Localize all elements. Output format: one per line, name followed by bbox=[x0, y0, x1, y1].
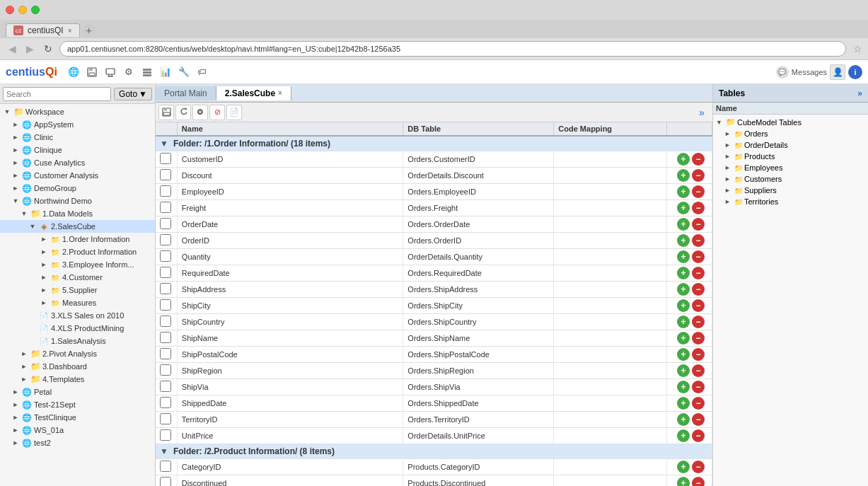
row-check-requireddate[interactable] bbox=[160, 267, 171, 278]
sidebar-item-customer-analysis[interactable]: ► 🌐 Customer Analysis bbox=[0, 169, 155, 182]
toggle-test-21sept[interactable]: ► bbox=[11, 400, 20, 409]
refresh-btn[interactable]: ↻ bbox=[41, 42, 55, 56]
del-btn-shipregion[interactable]: − bbox=[692, 364, 705, 377]
tab-portal-main[interactable]: Portal Main bbox=[156, 86, 216, 100]
back-btn[interactable]: ◀ bbox=[6, 42, 19, 56]
del-btn-requireddate[interactable]: − bbox=[692, 267, 705, 279]
row-check-discontinued[interactable] bbox=[160, 477, 171, 486]
sidebar-item-data-models[interactable]: ▼ 📁 1.Data Models bbox=[0, 207, 155, 220]
right-tree-item-suppliers[interactable]: ► 📁 Suppliers bbox=[713, 185, 868, 196]
del-btn-customerid[interactable]: − bbox=[692, 153, 705, 166]
new-tab-btn[interactable]: + bbox=[83, 24, 96, 37]
sidebar-item-templates[interactable]: ► 📁 4.Templates bbox=[0, 373, 155, 386]
add-btn-orderid[interactable]: + bbox=[677, 234, 690, 247]
search-input[interactable] bbox=[3, 87, 111, 101]
toggle-order-info[interactable]: ► bbox=[40, 235, 48, 243]
toggle-salescube[interactable]: ▼ bbox=[28, 222, 37, 231]
row-check-shipvia[interactable] bbox=[160, 381, 171, 392]
row-check-discount[interactable] bbox=[160, 169, 171, 180]
toggle-employee-inform[interactable]: ► bbox=[40, 260, 48, 269]
folder-1-toggle[interactable]: ▼ bbox=[160, 139, 168, 149]
sidebar-item-xls-sales[interactable]: ► 📄 3.XLS Sales on 2010 bbox=[0, 309, 155, 322]
toggle-supplier[interactable]: ► bbox=[40, 286, 48, 294]
add-btn-shipname[interactable]: + bbox=[677, 332, 690, 345]
toggle-cuse-analytics[interactable]: ► bbox=[11, 158, 20, 167]
sidebar-item-workspace[interactable]: ▼ 📁 Workspace bbox=[0, 105, 155, 118]
add-btn-categoryid[interactable]: + bbox=[677, 461, 690, 473]
right-tree-item-territories[interactable]: ► 📁 Territories bbox=[713, 196, 868, 207]
row-check-unitprice[interactable] bbox=[160, 429, 171, 441]
toolbar-settings-icon[interactable]: 🔧 bbox=[176, 64, 192, 80]
row-check-shippostalcode[interactable] bbox=[160, 348, 171, 359]
row-check-shipregion[interactable] bbox=[160, 364, 171, 376]
del-btn-employeeid[interactable]: − bbox=[692, 185, 705, 198]
toggle-customer[interactable]: ► bbox=[40, 273, 48, 282]
toggle-petal[interactable]: ► bbox=[11, 388, 20, 396]
add-btn-shipaddress[interactable]: + bbox=[677, 283, 690, 296]
add-btn-discount[interactable]: + bbox=[677, 169, 690, 182]
del-btn-territoryid[interactable]: − bbox=[692, 413, 705, 426]
toggle-pivot-analysis[interactable]: ► bbox=[20, 349, 28, 358]
row-check-shippeddate[interactable] bbox=[160, 397, 171, 408]
add-btn-shipcountry[interactable]: + bbox=[677, 316, 690, 328]
sidebar-item-ws01a[interactable]: ► 🌐 WS_01a bbox=[0, 424, 155, 436]
add-btn-freight[interactable]: + bbox=[677, 202, 690, 214]
goto-btn[interactable]: Goto ▼ bbox=[114, 88, 152, 100]
del-btn-shippeddate[interactable]: − bbox=[692, 397, 705, 410]
toolbar-refresh-btn[interactable] bbox=[175, 105, 191, 120]
sidebar-item-clinic[interactable]: ► 🌐 Clinic bbox=[0, 131, 155, 144]
toggle-orders[interactable]: ► bbox=[724, 130, 733, 137]
close-window-btn[interactable] bbox=[6, 6, 14, 14]
sidebar-item-clinique[interactable]: ► 🌐 Clinique bbox=[0, 144, 155, 156]
sidebar-item-petal[interactable]: ► 🌐 Petal bbox=[0, 386, 155, 398]
sidebar-item-northwind-demo[interactable]: ▼ 🌐 Northwind Demo bbox=[0, 195, 155, 207]
toolbar-doc-btn[interactable]: 📄 bbox=[226, 105, 242, 120]
add-btn-customerid[interactable]: + bbox=[677, 153, 690, 166]
sidebar-item-salesanalysis[interactable]: ► 📄 1.SalesAnalysis bbox=[0, 335, 155, 347]
del-btn-categoryid[interactable]: − bbox=[692, 461, 705, 473]
right-tree-item-employees[interactable]: ► 📁 Employees bbox=[713, 162, 868, 173]
toggle-employees[interactable]: ► bbox=[724, 164, 733, 171]
add-btn-shipregion[interactable]: + bbox=[677, 364, 690, 377]
toggle-clinic[interactable]: ► bbox=[11, 133, 20, 141]
toggle-workspace[interactable]: ▼ bbox=[3, 108, 11, 116]
sidebar-item-product-info[interactable]: ► 📁 2.Product Information bbox=[0, 245, 155, 258]
row-check-shipaddress[interactable] bbox=[160, 283, 171, 294]
right-tree-item-orders[interactable]: ► 📁 Orders bbox=[713, 128, 868, 139]
toolbar-save-btn[interactable] bbox=[158, 105, 174, 120]
toggle-cubemodel[interactable]: ▼ bbox=[716, 119, 724, 126]
add-btn-orderdate[interactable]: + bbox=[677, 218, 690, 231]
toggle-demogroup[interactable]: ► bbox=[11, 184, 20, 192]
toolbar-stop-btn[interactable]: ⊘ bbox=[209, 105, 225, 120]
sidebar-item-dashboard[interactable]: ► 📁 3.Dashboard bbox=[0, 360, 155, 373]
toggle-products[interactable]: ► bbox=[724, 153, 733, 160]
right-tree-item-products[interactable]: ► 📁 Products bbox=[713, 151, 868, 162]
sidebar-item-test-21sept[interactable]: ► 🌐 Test-21Sept bbox=[0, 398, 155, 411]
del-btn-shipcity[interactable]: − bbox=[692, 299, 705, 312]
right-tree-item-orderdetails[interactable]: ► 📁 OrderDetails bbox=[713, 139, 868, 151]
del-btn-discount[interactable]: − bbox=[692, 169, 705, 182]
toggle-dashboard[interactable]: ► bbox=[20, 362, 28, 371]
row-check-quantity[interactable] bbox=[160, 250, 171, 262]
add-btn-employeeid[interactable]: + bbox=[677, 185, 690, 198]
right-tree-item-customers[interactable]: ► 📁 Customers bbox=[713, 173, 868, 185]
del-btn-shipcountry[interactable]: − bbox=[692, 316, 705, 328]
row-check-shipname[interactable] bbox=[160, 332, 171, 343]
toggle-measures[interactable]: ► bbox=[40, 299, 48, 307]
del-btn-shipname[interactable]: − bbox=[692, 332, 705, 345]
sidebar-item-supplier[interactable]: ► 📁 5.Supplier bbox=[0, 284, 155, 296]
del-btn-shipaddress[interactable]: − bbox=[692, 283, 705, 296]
del-btn-orderid[interactable]: − bbox=[692, 234, 705, 247]
collapse-right-btn[interactable]: » bbox=[694, 105, 710, 120]
right-tree-item-cubemodel[interactable]: ▼ 📁 CubeModel Tables bbox=[713, 116, 868, 128]
add-btn-territoryid[interactable]: + bbox=[677, 413, 690, 426]
toggle-testclinique[interactable]: ► bbox=[11, 413, 20, 422]
sidebar-item-xls-productmining[interactable]: ► 📄 4.XLS ProductMining bbox=[0, 322, 155, 335]
toggle-customer-analysis[interactable]: ► bbox=[11, 171, 20, 180]
sidebar-item-pivot-analysis[interactable]: ► 📁 2.Pivot Analysis bbox=[0, 347, 155, 360]
add-btn-shippostalcode[interactable]: + bbox=[677, 348, 690, 361]
info-icon[interactable]: i bbox=[848, 65, 862, 79]
folder-2-toggle[interactable]: ▼ bbox=[160, 446, 168, 456]
browser-tab-close[interactable]: × bbox=[68, 27, 72, 35]
row-check-customerid[interactable] bbox=[160, 153, 171, 164]
